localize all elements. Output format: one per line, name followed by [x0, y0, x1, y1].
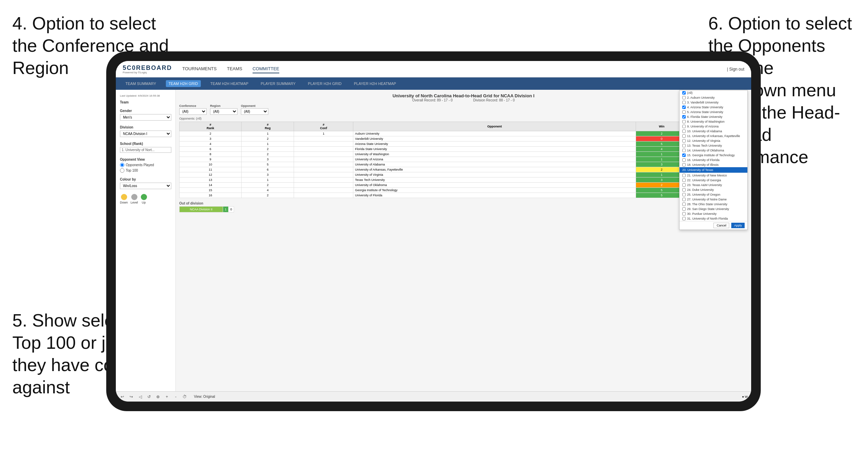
opponent-filter-select[interactable]: (All): [241, 108, 268, 115]
grid-title: University of North Carolina Head-to-Hea…: [179, 93, 748, 98]
cancel-button[interactable]: Cancel: [713, 223, 729, 228]
dropdown-item-label: 2. Auburn University: [687, 96, 715, 99]
dropdown-item[interactable]: 30. Purdue University: [680, 211, 747, 216]
dropdown-checkbox[interactable]: [682, 217, 686, 220]
sub-nav-team-summary[interactable]: TEAM SUMMARY: [123, 80, 159, 87]
radio-opponents-played[interactable]: Opponents Played: [120, 163, 171, 167]
dropdown-checkbox[interactable]: [682, 91, 686, 95]
dropdown-item[interactable]: 20. University of Texas: [680, 167, 747, 173]
dropdown-item-label: 11. University of Arkansas, Fayetteville: [687, 134, 740, 138]
dropdown-checkbox[interactable]: [682, 212, 686, 216]
dropdown-checkbox[interactable]: [682, 115, 686, 119]
dropdown-checkbox[interactable]: [682, 202, 686, 206]
dropdown-item[interactable]: 28. The Ohio State University: [680, 202, 747, 207]
dropdown-item[interactable]: 4. Arizona State University: [680, 105, 747, 110]
dropdown-checkbox[interactable]: [682, 174, 686, 177]
cell-rank: 10: [180, 162, 242, 167]
dropdown-item[interactable]: 15. Georgia Institute of Technology: [680, 153, 747, 158]
legend-down-label: Down: [120, 201, 128, 204]
dropdown-checkbox[interactable]: [682, 153, 686, 157]
dropdown-item[interactable]: 12. University of Virginia: [680, 138, 747, 143]
radio-top100[interactable]: Top 100: [120, 168, 171, 173]
dropdown-item[interactable]: 23. Texas A&M University: [680, 183, 747, 187]
dropdown-checkbox[interactable]: [682, 139, 686, 143]
dropdown-checkbox[interactable]: [682, 179, 686, 182]
dropdown-checkbox[interactable]: [682, 183, 686, 187]
cell-reg: 2: [241, 147, 294, 152]
dropdown-checkbox[interactable]: [682, 163, 686, 167]
toolbar-undo[interactable]: ↩: [119, 394, 125, 400]
toolbar-clock[interactable]: ⏱: [182, 394, 188, 400]
dropdown-checkbox[interactable]: [682, 125, 686, 128]
dropdown-checkbox[interactable]: [682, 110, 686, 114]
nav-items: TOURNAMENTS TEAMS COMMITTEE: [182, 65, 279, 73]
sidebar-gender-label: Gender: [120, 109, 171, 113]
out-division-label-cell: NCAA Division II: [180, 207, 223, 212]
dropdown-item[interactable]: 8. University of Washington: [680, 119, 747, 124]
radio-top100-input[interactable]: [120, 168, 124, 173]
sub-nav-team-h2h-heatmap[interactable]: TEAM H2H HEATMAP: [208, 80, 251, 87]
dropdown-item[interactable]: 16. University of Florida: [680, 158, 747, 162]
dropdown-checkbox[interactable]: [682, 158, 686, 162]
dropdown-checkbox[interactable]: [682, 134, 686, 138]
radio-opponents-played-input[interactable]: [120, 163, 124, 167]
dropdown-checkbox[interactable]: [682, 149, 686, 152]
cell-reg: 2: [241, 183, 294, 188]
dropdown-item[interactable]: 22. University of Georgia: [680, 178, 747, 183]
colour-by-select[interactable]: Win/Loss: [120, 183, 171, 189]
toolbar-zoom-in[interactable]: +: [164, 394, 170, 400]
nav-tournaments[interactable]: TOURNAMENTS: [182, 65, 217, 73]
dropdown-item[interactable]: (All): [680, 90, 747, 95]
tablet-frame: 5C0REBOARD Powered by ©Logiq TOURNAMENTS…: [106, 51, 761, 411]
dropdown-item[interactable]: 6. Florida State University: [680, 114, 747, 119]
dropdown-checkbox[interactable]: [682, 144, 686, 147]
toolbar-zoom-out[interactable]: -: [173, 394, 179, 400]
region-filter-select[interactable]: (All): [210, 108, 237, 115]
dropdown-item[interactable]: 2. Auburn University: [680, 95, 747, 100]
apply-button[interactable]: Apply: [731, 223, 745, 228]
dropdown-item[interactable]: 10. University of Alabama: [680, 129, 747, 134]
dropdown-item[interactable]: 25. University of Oregon: [680, 192, 747, 197]
toolbar-redo[interactable]: ↪: [128, 394, 134, 400]
dropdown-item[interactable]: 14. University of Oklahoma: [680, 148, 747, 153]
toolbar-refresh[interactable]: ↺: [146, 394, 152, 400]
nav-sign-out[interactable]: | Sign out: [727, 67, 744, 72]
dropdown-item[interactable]: 31. University of North Florida: [680, 216, 747, 221]
dropdown-checkbox[interactable]: [682, 188, 686, 192]
nav-committee[interactable]: COMMITTEE: [253, 65, 279, 73]
sub-nav-player-summary[interactable]: PLAYER SUMMARY: [258, 80, 298, 87]
conference-filter-select[interactable]: (All): [179, 108, 207, 115]
sidebar-school-section: School (Rank) 1. University of Nort...: [120, 142, 171, 153]
dropdown-item[interactable]: 3. Vanderbilt University: [680, 100, 747, 105]
dropdown-item-label: 23. Texas A&M University: [687, 183, 722, 187]
dropdown-item[interactable]: 11. University of Arkansas, Fayetteville: [680, 134, 747, 138]
dropdown-item[interactable]: 18. University of Illinois: [680, 162, 747, 167]
sub-nav-player-h2h-grid[interactable]: PLAYER H2H GRID: [305, 80, 344, 87]
dropdown-checkbox[interactable]: [682, 120, 686, 123]
dropdown-item[interactable]: 9. University of Arizona: [680, 124, 747, 129]
sidebar-division-select[interactable]: NCAA Division I: [120, 131, 171, 137]
dropdown-item[interactable]: 29. San Diego State University: [680, 207, 747, 211]
dropdown-item[interactable]: 13. Texas Tech University: [680, 143, 747, 148]
dropdown-checkbox[interactable]: [682, 193, 686, 196]
dropdown-checkbox[interactable]: [682, 207, 686, 211]
dropdown-checkbox[interactable]: [682, 130, 686, 133]
toolbar-copy[interactable]: ⊕: [155, 394, 161, 400]
sub-nav-team-h2h-grid[interactable]: TEAM H2H GRID: [166, 80, 201, 87]
dropdown-checkbox[interactable]: [682, 101, 686, 104]
sub-nav-player-h2h-heatmap[interactable]: PLAYER H2H HEATMAP: [351, 80, 399, 87]
dropdown-item[interactable]: 24. Duke University: [680, 187, 747, 192]
dropdown-item[interactable]: 21. University of New Mexico: [680, 173, 747, 178]
table-row: 4 1 Arizona State University 5 1: [180, 142, 748, 147]
cell-reg: 1: [241, 177, 294, 183]
toolbar-back[interactable]: ◁: [137, 394, 143, 400]
dropdown-checkbox[interactable]: [682, 198, 686, 201]
sidebar-gender-select[interactable]: Men's: [120, 114, 171, 121]
dropdown-item[interactable]: 5. Arizona State University: [680, 110, 747, 114]
dropdown-checkbox[interactable]: [682, 96, 686, 99]
dropdown-item-label: 16. University of Florida: [687, 158, 720, 162]
filter-row: Conference (All) Region (All): [179, 104, 748, 115]
nav-teams[interactable]: TEAMS: [227, 65, 242, 73]
dropdown-checkbox[interactable]: [682, 106, 686, 109]
dropdown-item[interactable]: 27. University of Notre Dame: [680, 197, 747, 202]
